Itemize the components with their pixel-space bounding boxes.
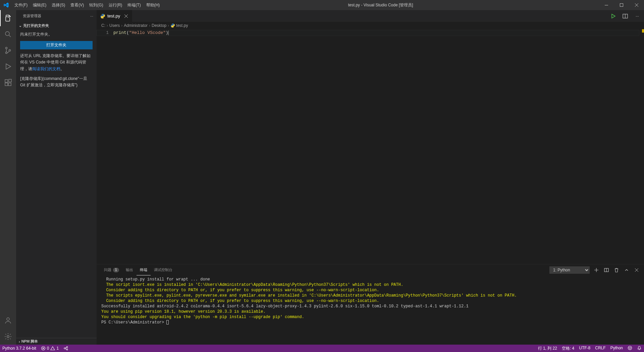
- code-content[interactable]: print("Hello VScode"): [113, 29, 644, 264]
- terminal-output[interactable]: Running setup.py install for wrapt ... d…: [97, 275, 644, 345]
- run-file-icon[interactable]: [608, 11, 618, 21]
- menu-go[interactable]: 转到(G): [87, 0, 106, 10]
- code-editor[interactable]: 1 print("Hello VScode"): [97, 29, 644, 264]
- panel-tab-problems[interactable]: 问题1: [101, 264, 122, 275]
- crumb-admin[interactable]: Administrator: [124, 23, 148, 28]
- sidebar-npm-section[interactable]: ›NPM 脚本: [16, 338, 97, 345]
- main-menu: 文件(F) 编辑(E) 选择(S) 查看(V) 转到(G) 运行(R) 终端(T…: [12, 0, 162, 10]
- crumb-file[interactable]: test.py: [170, 23, 188, 28]
- split-terminal-icon[interactable]: [603, 267, 610, 273]
- sidebar-header: 资源管理器 ···: [16, 10, 97, 22]
- menu-terminal[interactable]: 终端(T): [125, 0, 143, 10]
- source-control-icon[interactable]: [0, 42, 16, 58]
- svg-rect-8: [8, 83, 11, 86]
- read-docs-link[interactable]: 阅读我们的文档: [32, 67, 60, 71]
- explorer-icon[interactable]: [0, 10, 16, 26]
- svg-point-4: [6, 52, 7, 54]
- svg-rect-0: [605, 5, 608, 5]
- chevron-down-icon: ⌄: [19, 24, 22, 28]
- account-icon[interactable]: [0, 312, 16, 328]
- svg-point-18: [628, 346, 632, 350]
- problems-badge: 1: [113, 268, 119, 272]
- crumb-users[interactable]: Users: [109, 23, 120, 28]
- sidebar-text-clone: 还可从 URL 克隆存储库。要详细了解如何在 VS Code 中使用 Git 和…: [20, 53, 93, 72]
- window-title: test.py - Visual Studio Code [管理员]: [162, 2, 599, 8]
- open-folder-button[interactable]: 打开文件夹: [20, 41, 93, 49]
- activitybar: [0, 10, 16, 345]
- overview-ruler[interactable]: [639, 29, 644, 264]
- new-terminal-icon[interactable]: [593, 267, 600, 273]
- status-feedback-icon[interactable]: [625, 346, 635, 350]
- vscode-logo-icon: [0, 2, 12, 8]
- split-editor-icon[interactable]: [621, 11, 630, 21]
- status-eol[interactable]: CRLF: [593, 346, 608, 350]
- status-cursor-position[interactable]: 行 1, 列 22: [536, 346, 559, 351]
- run-debug-icon[interactable]: [0, 58, 16, 75]
- close-button[interactable]: [629, 0, 644, 10]
- bottom-panel: 问题1 输出 终端 调试控制台 1: Python Running setup.…: [97, 264, 644, 345]
- svg-point-10: [7, 318, 9, 320]
- statusbar: Python 3.7.2 64-bit 0 1 行 1, 列 22 空格: 4 …: [0, 345, 644, 352]
- status-live-share-icon[interactable]: [61, 345, 70, 352]
- kill-terminal-icon[interactable]: [613, 267, 620, 273]
- svg-point-19: [629, 347, 629, 347]
- python-file-icon: [100, 13, 105, 19]
- svg-point-11: [7, 336, 9, 338]
- extensions-icon[interactable]: [0, 75, 16, 91]
- svg-rect-1: [620, 4, 623, 7]
- menu-run[interactable]: 运行(R): [106, 0, 125, 10]
- sidebar-section-title: 无打开的文件夹: [23, 23, 49, 28]
- titlebar: 文件(F) 编辑(E) 选择(S) 查看(V) 转到(G) 运行(R) 终端(T…: [0, 0, 644, 10]
- window-controls: [599, 0, 644, 10]
- more-editor-actions-icon[interactable]: ···: [633, 11, 642, 21]
- panel-tabs: 问题1 输出 终端 调试控制台 1: Python: [97, 264, 644, 275]
- editor-tabs: test.py ···: [97, 10, 644, 22]
- settings-gear-icon[interactable]: [0, 328, 16, 345]
- panel-tab-output[interactable]: 输出: [122, 264, 137, 275]
- svg-rect-7: [5, 83, 8, 86]
- menu-view[interactable]: 查看(V): [68, 0, 87, 10]
- maximize-button[interactable]: [614, 0, 629, 10]
- svg-point-3: [6, 47, 7, 49]
- editor-tab-testpy[interactable]: test.py: [97, 10, 132, 22]
- npm-scripts-label: NPM 脚本: [21, 339, 38, 344]
- status-problems[interactable]: 0 1: [39, 345, 61, 352]
- menu-selection[interactable]: 选择(S): [49, 0, 68, 10]
- terminal-select[interactable]: 1: Python: [549, 266, 590, 274]
- panel-tab-debugconsole[interactable]: 调试控制台: [151, 264, 176, 275]
- chevron-right-icon: ›: [19, 340, 20, 344]
- maximize-panel-icon[interactable]: [623, 267, 630, 273]
- more-actions-icon[interactable]: ···: [90, 14, 93, 18]
- status-encoding[interactable]: UTF-8: [577, 346, 593, 350]
- panel-tab-terminal[interactable]: 终端: [137, 264, 151, 275]
- sidebar-text-clone-cmd: [克隆存储库](command:git.clone"一旦 Git 扩展激活，立即…: [20, 76, 93, 88]
- search-icon[interactable]: [0, 26, 16, 42]
- tab-filename: test.py: [107, 13, 120, 18]
- crumb-c[interactable]: C:: [101, 23, 105, 28]
- line-gutter: 1: [97, 29, 113, 264]
- menu-edit[interactable]: 编辑(E): [30, 0, 49, 10]
- minimize-button[interactable]: [599, 0, 614, 10]
- status-python-env[interactable]: Python 3.7.2 64-bit: [0, 345, 39, 352]
- sidebar-text-nofolder: 尚未打开文件夹。: [20, 31, 93, 38]
- svg-rect-6: [5, 80, 8, 82]
- menu-file[interactable]: 文件(F): [12, 0, 30, 10]
- sidebar-explorer: 资源管理器 ··· ⌄ 无打开的文件夹 尚未打开文件夹。 打开文件夹 还可从 U…: [16, 10, 97, 345]
- tab-close-icon[interactable]: [123, 13, 129, 19]
- breadcrumbs[interactable]: C:› Users› Administrator› Desktop› test.…: [97, 22, 644, 29]
- editor-area: test.py ··· C:› Users› Administrator› De…: [97, 10, 644, 345]
- crumb-desktop[interactable]: Desktop: [152, 23, 166, 28]
- text-cursor: [168, 31, 169, 35]
- svg-rect-9: [9, 79, 11, 82]
- svg-point-5: [9, 50, 11, 51]
- svg-point-2: [5, 32, 9, 36]
- svg-point-17: [66, 349, 68, 350]
- status-language[interactable]: Python: [608, 346, 625, 350]
- sidebar-section-no-folder[interactable]: ⌄ 无打开的文件夹: [19, 22, 94, 29]
- menu-help[interactable]: 帮助(H): [144, 0, 163, 10]
- close-panel-icon[interactable]: [633, 267, 640, 273]
- status-notifications-icon[interactable]: [635, 346, 644, 350]
- sidebar-title: 资源管理器: [23, 13, 41, 18]
- svg-point-20: [630, 347, 631, 347]
- status-indentation[interactable]: 空格: 4: [559, 346, 577, 351]
